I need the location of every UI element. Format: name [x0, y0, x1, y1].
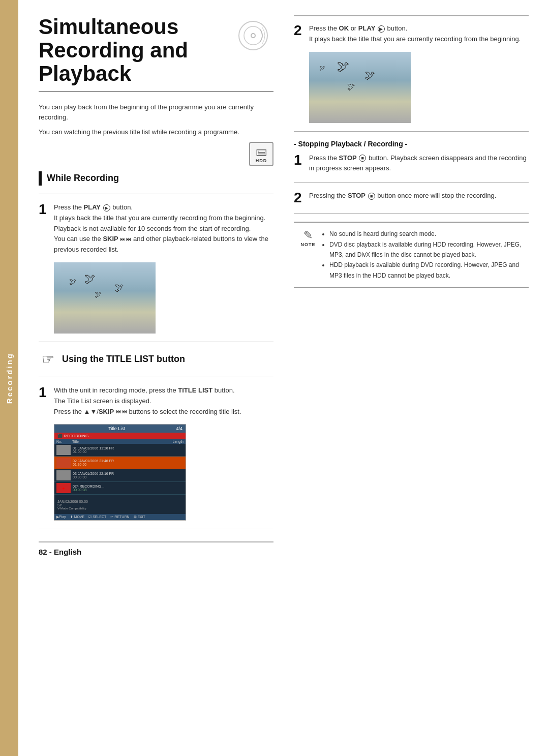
finger-icon: ☞: [42, 351, 54, 368]
note-item-1: No sound is heard during search mode.: [329, 229, 524, 239]
stopping-step2-number: 2: [294, 191, 304, 205]
stopping-step1: 1 Press the STOP ■ button. Playback scre…: [294, 153, 529, 174]
birds-image: 🕊 🕊 🕊 🕊: [54, 262, 156, 334]
title-list-heading: Using the TITLE LIST button: [62, 354, 185, 365]
tl-row-2: 02 JAN/01/2006 21:46 FR 01:30:00: [54, 457, 186, 469]
divider-3: [39, 377, 273, 377]
stopping-step1-content: Press the STOP ■ button. Playback screen…: [309, 153, 529, 174]
bird-4: 🕊: [69, 278, 76, 286]
bird-r2: 🕊: [365, 70, 375, 81]
bird-3: 🕊: [95, 290, 102, 298]
finger-icon-wrapper: ☞: [39, 350, 57, 369]
skip-icon-2: ⏭⏮: [116, 407, 127, 416]
title-list-step1-content: With the unit in recording mode, press t…: [54, 385, 273, 417]
right-divider-1: [294, 131, 529, 132]
skip-icon: ⏭⏮: [120, 235, 131, 244]
page-footer: 82 - English: [39, 541, 273, 556]
title-section: Simultaneous Recording and Playback: [39, 15, 273, 92]
hdd-label: HDD: [256, 158, 267, 163]
stopping-heading: - Stopping Playback / Recording -: [294, 140, 529, 148]
right-col-top: 2 Press the OK or PLAY ▶ button. It play…: [294, 15, 529, 132]
while-recording-step1: 1 Press the PLAY ▶ button. It plays back…: [39, 202, 273, 255]
right-step2-number: 2: [294, 23, 304, 38]
intro-line2: You can watching the previous title list…: [39, 127, 273, 138]
stopping-step1-number: 1: [294, 153, 304, 167]
note-items-list: No sound is heard during search mode. DV…: [323, 229, 524, 281]
note-label: NOTE: [300, 242, 315, 247]
tl-bottom: JAN/02/2006 00:00 SP V-Mode Compatibilit…: [54, 499, 186, 511]
title-list-step1-number: 1: [39, 385, 49, 400]
right-divider-2: [294, 182, 529, 183]
right-step2-content: Press the OK or PLAY ▶ button. It plays …: [309, 23, 529, 45]
heading-bar: [39, 171, 42, 186]
tl-row-1: 01 JAN/01/2006 11:26 FR 01:00:00: [54, 444, 186, 457]
title-list-heading-wrapper: ☞ Using the TITLE LIST button: [39, 350, 273, 369]
svg-point-3: [252, 34, 255, 37]
tl-subheader: ⬛ RECORDING...: [54, 433, 186, 439]
note-icon: ✎ NOTE: [299, 229, 317, 247]
divider-1: [39, 194, 273, 194]
note-item-3: HDD playback is available during DVD rec…: [329, 260, 524, 281]
title-list-step1: 1 With the unit in recording mode, press…: [39, 385, 273, 417]
bird-r1: 🕊: [337, 59, 349, 74]
tl-header-count: 4/4: [176, 426, 182, 431]
right-step2: 2 Press the OK or PLAY ▶ button. It play…: [294, 23, 529, 45]
disc-icon: [238, 20, 268, 51]
stopping-step2: 2 Pressing the STOP ■ button once more w…: [294, 191, 529, 205]
bird-1: 🕊: [84, 273, 96, 286]
title-list-screen: Title List 4/4 ⬛ RECORDING... No. Title …: [54, 424, 186, 521]
right-birds-image: 🕊 🕊 🕊 🕊: [309, 52, 411, 123]
while-recording-screenshot: ▶ Play 🕊 🕊 🕊 🕊: [54, 262, 156, 334]
tl-header: Title List 4/4: [54, 425, 186, 433]
tl-columns: No. Title Length: [54, 439, 186, 444]
sidebar-label: Recording: [5, 352, 14, 404]
tl-header-title: Title List: [108, 426, 125, 431]
tl-row-3: 03 JAN/01/2006 22:16 FR 00:30:00: [54, 469, 186, 482]
play-circle-icon: ▶: [103, 204, 110, 211]
stop-circle-icon-2: ■: [368, 193, 375, 200]
tl-row-4: ● 024 RECORDING... 00:00:08: [54, 482, 186, 495]
stop-circle-icon: ■: [359, 155, 366, 162]
title-list-section: ☞ Using the TITLE LIST button 1 With the…: [39, 350, 273, 521]
sidebar-tab: Recording: [0, 0, 18, 756]
page-number: 82 - English: [39, 548, 81, 556]
while-recording-label: While Recording: [47, 173, 119, 184]
hdd-icon: 🖴 HDD: [249, 142, 273, 166]
intro-line1: You can play back from the beginning of …: [39, 102, 273, 124]
right-screenshot: ▶ Play 🕊 🕊 🕊 🕊: [309, 52, 411, 123]
bird-2: 🕊: [115, 283, 124, 293]
bird-r3: 🕊: [347, 82, 355, 92]
step1-number: 1: [39, 202, 49, 217]
right-divider-3: [294, 213, 529, 214]
while-recording-heading: While Recording: [39, 171, 273, 186]
divider-bottom-left: [39, 529, 273, 529]
play-circle-icon-2: ▶: [378, 25, 385, 33]
stopping-step2-content: Pressing the STOP ■ button once more wil…: [309, 191, 529, 201]
bird-r4: 🕊: [319, 65, 325, 72]
note-item-2: DVD disc playback is available during HD…: [329, 239, 524, 260]
divider-2: [39, 342, 273, 342]
step1-content: Press the PLAY ▶ button. It plays back t…: [54, 202, 273, 255]
note-box: ✎ NOTE No sound is heard during search m…: [294, 222, 529, 288]
tl-footer: ▶Play ⬆ MOVE ☑ SELECT ↩ RETURN ⊠ EXIT: [54, 514, 186, 520]
